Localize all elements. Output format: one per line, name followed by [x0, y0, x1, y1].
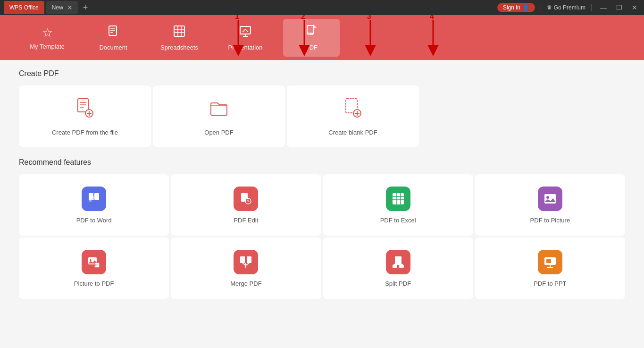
split-pdf-label: Split PDF	[385, 280, 411, 287]
nav-item-document[interactable]: Document	[85, 19, 142, 57]
svg-text:✎: ✎	[247, 199, 250, 204]
nav-item-my-template[interactable]: ☆ My Template	[19, 19, 75, 57]
maximize-button[interactable]: ❐	[613, 4, 625, 11]
create-blank-pdf-card[interactable]: Create blank PDF	[287, 85, 419, 147]
premium-label: Go Premium	[554, 4, 585, 11]
svg-rect-4	[174, 26, 184, 36]
open-pdf-card[interactable]: Open PDF	[153, 85, 285, 147]
arrow4-svg: 4	[414, 15, 452, 60]
pdf-to-word-label: PDF to Word	[76, 217, 112, 224]
separator	[541, 4, 541, 11]
pdf-to-picture-card[interactable]: PDF to Picture	[475, 174, 625, 236]
pdf-to-picture-icon	[538, 187, 562, 211]
go-premium-button[interactable]: ♛ Go Premium	[547, 4, 585, 11]
pdf-to-excel-icon	[386, 187, 410, 211]
sign-in-button[interactable]: Sign in 👤	[497, 3, 535, 12]
nav-label-document: Document	[99, 44, 127, 51]
pdf-to-ppt-card[interactable]: PDF to PPT	[475, 238, 625, 299]
close-tab-icon[interactable]: ✕	[67, 4, 73, 11]
features-grid: W PDF to Word ✎ PDF Edit	[19, 174, 625, 299]
picture-to-pdf-icon: P	[82, 250, 106, 274]
svg-rect-39	[393, 193, 404, 204]
pdf-to-ppt-label: PDF to PPT	[534, 280, 566, 287]
svg-rect-54	[393, 265, 397, 268]
arrow3-svg: 3	[351, 15, 389, 60]
svg-text:P: P	[95, 263, 98, 267]
new-tab[interactable]: New ✕	[46, 1, 78, 14]
crown-icon: ♛	[547, 4, 552, 11]
nav-item-spreadsheets[interactable]: Spreadsheets	[151, 19, 208, 57]
split-pdf-icon	[386, 250, 410, 274]
svg-rect-50	[240, 256, 245, 263]
svg-rect-51	[247, 256, 251, 263]
create-blank-pdf-icon	[341, 96, 365, 124]
pdf-edit-icon: ✎	[234, 187, 258, 211]
title-bar-left: WPS Office New ✕ +	[4, 1, 91, 14]
close-window-button[interactable]: ✕	[629, 4, 640, 11]
new-tab-label: New	[52, 4, 63, 11]
merge-pdf-card[interactable]: Merge PDF	[171, 238, 321, 299]
pdf-edit-card[interactable]: ✎ PDF Edit	[171, 174, 321, 236]
svg-point-47	[90, 259, 92, 261]
pdf-to-excel-label: PDF to Excel	[380, 217, 416, 224]
nav-label-my-template: My Template	[30, 43, 64, 50]
svg-rect-55	[399, 265, 404, 268]
recommend-features-title: Recommend features	[19, 158, 625, 167]
pdf-to-ppt-icon	[538, 250, 562, 274]
star-icon: ☆	[42, 25, 53, 40]
open-pdf-icon	[207, 96, 231, 124]
split-pdf-card[interactable]: Split PDF	[323, 238, 473, 299]
pdf-to-word-card[interactable]: W PDF to Word	[19, 174, 169, 236]
svg-text:W: W	[89, 200, 92, 203]
svg-text:3: 3	[367, 15, 371, 20]
create-pdf-from-file-icon	[73, 96, 97, 124]
svg-rect-9	[240, 26, 251, 34]
merge-pdf-label: Merge PDF	[230, 280, 261, 287]
create-pdf-row: Create PDF from the file Open PDF	[19, 85, 625, 147]
svg-rect-34	[94, 193, 99, 200]
nav-item-presentation[interactable]: Presentation	[217, 19, 274, 57]
svg-rect-59	[546, 259, 551, 263]
presentation-icon	[239, 25, 252, 41]
nav-label-spreadsheets: Spreadsheets	[160, 44, 198, 51]
nav-bar: ☆ My Template Document Spreadsheets	[0, 15, 644, 60]
main-content: Create PDF Create PDF from the file	[0, 60, 644, 348]
create-pdf-title: Create PDF	[19, 69, 625, 78]
open-pdf-label: Open PDF	[204, 129, 233, 136]
add-tab-button[interactable]: +	[80, 3, 91, 13]
pdf-edit-label: PDF Edit	[234, 217, 258, 224]
pdf-icon: PDF	[305, 25, 318, 41]
create-pdf-from-file-card[interactable]: Create PDF from the file	[19, 85, 151, 147]
pdf-to-picture-label: PDF to Picture	[530, 217, 570, 224]
picture-to-pdf-label: Picture to PDF	[74, 280, 114, 287]
sign-in-label: Sign in	[503, 4, 520, 11]
picture-to-pdf-card[interactable]: P Picture to PDF	[19, 238, 169, 299]
create-pdf-from-file-label: Create PDF from the file	[52, 129, 118, 136]
spreadsheets-icon	[173, 25, 186, 41]
svg-point-45	[546, 196, 549, 199]
wps-office-tab[interactable]: WPS Office	[4, 1, 44, 14]
merge-pdf-icon	[234, 250, 258, 274]
create-blank-pdf-label: Create blank PDF	[328, 129, 377, 136]
pdf-to-excel-card[interactable]: PDF to Excel	[323, 174, 473, 236]
svg-text:PDF: PDF	[308, 32, 315, 35]
separator2	[591, 4, 592, 11]
svg-text:4: 4	[430, 15, 434, 20]
minimize-button[interactable]: —	[597, 4, 610, 11]
document-icon	[107, 25, 120, 41]
title-bar: WPS Office New ✕ + Sign in 👤 ♛ Go Premiu…	[0, 0, 644, 15]
nav-label-presentation: Presentation	[228, 44, 263, 51]
user-icon: 👤	[522, 4, 529, 11]
title-bar-right: Sign in 👤 ♛ Go Premium — ❐ ✕	[497, 3, 640, 12]
pdf-to-word-icon: W	[82, 187, 106, 211]
nav-item-pdf[interactable]: PDF PDF	[283, 19, 340, 57]
nav-label-pdf: PDF	[305, 44, 318, 51]
